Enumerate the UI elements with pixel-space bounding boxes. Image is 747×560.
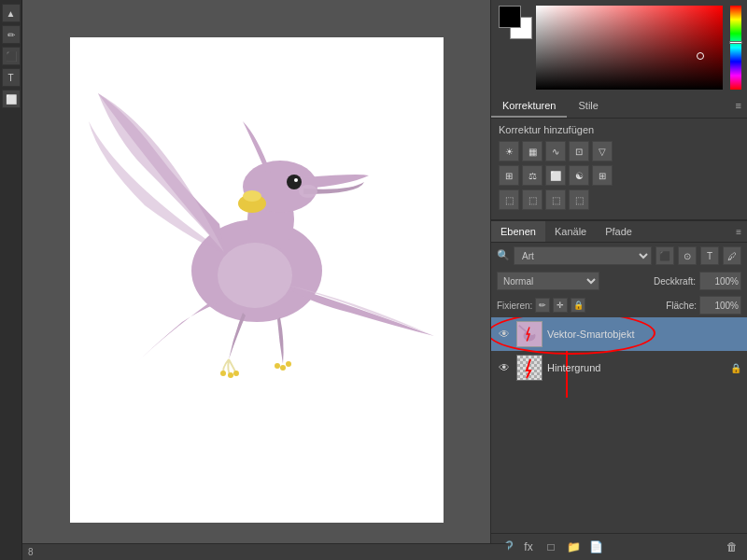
filter-type-dropdown[interactable]: Art xyxy=(514,246,652,265)
selectivecolor-icon[interactable]: ⬚ xyxy=(569,189,589,210)
new-layer-button[interactable]: 📄 xyxy=(586,538,605,556)
filter-icon-btn3[interactable]: T xyxy=(700,246,719,265)
svg-point-5 xyxy=(299,185,317,198)
flache-label: Fläche: xyxy=(666,301,697,311)
channelmixer-icon[interactable]: ⊞ xyxy=(592,165,613,186)
tool-button[interactable]: T xyxy=(2,68,21,87)
layer-thumbnail xyxy=(516,321,543,347)
right-panel: Korrekturen Stile ≡ Korrektur hinzufügen… xyxy=(490,0,747,560)
posterize-icon[interactable]: ⬚ xyxy=(522,189,543,210)
svg-point-11 xyxy=(275,363,280,369)
foreground-swatch[interactable] xyxy=(499,6,521,28)
correction-icons-row1: ☀ ▦ ∿ ⊡ ▽ xyxy=(499,141,740,161)
filter-icon-btn4[interactable]: 🖊 xyxy=(723,246,741,265)
hue-bar[interactable] xyxy=(730,6,741,90)
svg-point-9 xyxy=(228,372,233,378)
ebenen-filter-row: 🔍 Art ⬛ ⊙ T 🖊 xyxy=(491,243,747,269)
blend-mode-dropdown[interactable]: Normal xyxy=(497,272,599,290)
svg-point-13 xyxy=(286,361,291,367)
new-group-button[interactable]: 📁 xyxy=(564,538,583,556)
tool-button[interactable]: ⬛ xyxy=(2,47,21,65)
tool-button[interactable]: ▲ xyxy=(2,4,21,22)
huesaturation-icon[interactable]: ⊞ xyxy=(499,165,519,186)
canvas-area: 8 xyxy=(22,0,490,560)
svg-point-14 xyxy=(218,243,292,308)
panel-menu-icon[interactable]: ≡ xyxy=(730,95,747,118)
filter-search-icon: 🔍 xyxy=(497,249,510,262)
filter-icon-btn2[interactable]: ⊙ xyxy=(678,246,697,265)
ebenen-tabs: Ebenen Kanäle Pfade ≡ xyxy=(491,221,747,243)
svg-point-4 xyxy=(294,178,298,182)
tab-kanaele[interactable]: Kanäle xyxy=(545,221,596,242)
layers-bottom-toolbar: 🔗 fx □ 📁 📄 🗑 xyxy=(491,533,747,560)
fixieren-label: Fixieren: xyxy=(497,301,532,311)
layer-vector-smartobjekt[interactable]: 👁 Vektor-Smartobjekt xyxy=(491,317,747,351)
layers-list: 👁 Vektor-Smartobjekt 👁 xyxy=(491,317,747,533)
exposure-icon[interactable]: ⊡ xyxy=(569,141,589,161)
correction-icons-row2: ⊞ ⚖ ⬜ ☯ ⊞ xyxy=(499,165,740,186)
filter-icon-btn1[interactable]: ⬛ xyxy=(655,246,674,265)
layer-thumbnail xyxy=(516,355,543,381)
ebenen-section: Ebenen Kanäle Pfade ≡ 🔍 Art ⬛ ⊙ T 🖊 Norm… xyxy=(491,219,747,560)
ebenen-menu-icon[interactable]: ≡ xyxy=(730,223,747,241)
tab-ebenen[interactable]: Ebenen xyxy=(491,221,545,242)
canvas-document xyxy=(70,37,444,523)
color-gradient[interactable] xyxy=(536,6,723,90)
opacity-label: Deckkraft: xyxy=(654,276,696,287)
layer-name-vector: Vektor-Smartobjekt xyxy=(547,329,741,340)
svg-point-10 xyxy=(233,371,239,376)
layer-lock-icon: 🔒 xyxy=(730,363,741,373)
color-picker-circle[interactable] xyxy=(697,52,704,60)
curves-icon[interactable]: ∿ xyxy=(545,141,566,161)
left-toolbar: ▲ ✏ ⬛ T ⬜ xyxy=(0,0,22,560)
vibrance-icon[interactable]: ▽ xyxy=(592,141,613,161)
fg-bg-swatches[interactable] xyxy=(499,6,532,39)
delete-layer-button[interactable]: 🗑 xyxy=(723,538,741,556)
svg-point-12 xyxy=(280,365,286,371)
layer-name-hintergrund: Hintergrund xyxy=(547,362,726,373)
layer-hintergrund[interactable]: 👁 Hintergrund 🔒 xyxy=(491,351,747,385)
fix-move-icon[interactable]: ✛ xyxy=(553,298,568,313)
fix-lock-icon[interactable]: 🔒 xyxy=(571,298,585,313)
invert-icon[interactable]: ⬚ xyxy=(499,189,519,210)
tab-stile[interactable]: Stile xyxy=(567,95,609,118)
blackwhite-icon[interactable]: ⬜ xyxy=(545,165,566,186)
levels-icon[interactable]: ▦ xyxy=(522,141,543,161)
add-mask-button[interactable]: □ xyxy=(542,538,560,556)
layer-visibility-toggle[interactable]: 👁 xyxy=(497,327,512,342)
opacity-input[interactable] xyxy=(699,272,741,290)
tab-korrekturen[interactable]: Korrekturen xyxy=(491,95,567,118)
colorbalance-icon[interactable]: ⚖ xyxy=(522,165,543,186)
svg-point-8 xyxy=(220,371,226,376)
layer-visibility-toggle[interactable]: 👁 xyxy=(497,360,512,375)
color-area xyxy=(491,0,747,95)
tab-pfade[interactable]: Pfade xyxy=(596,221,641,242)
korrekturen-panel: Korrektur hinzufügen ☀ ▦ ∿ ⊡ ▽ ⊞ ⚖ ⬜ ☯ ⊞… xyxy=(491,119,747,219)
fix-position-icon[interactable]: ✏ xyxy=(535,298,550,313)
status-text: 8 xyxy=(28,547,34,557)
svg-point-7 xyxy=(243,190,261,202)
brightness-icon[interactable]: ☀ xyxy=(499,141,519,161)
status-bar: 8 xyxy=(22,543,508,560)
correction-icons-row3: ⬚ ⬚ ⬚ ⬚ xyxy=(499,189,740,210)
add-style-button[interactable]: fx xyxy=(519,538,538,556)
blend-opacity-row: Normal Deckkraft: xyxy=(491,269,747,293)
flache-input[interactable] xyxy=(699,296,741,315)
hue-indicator[interactable] xyxy=(729,41,742,44)
threshold-icon[interactable]: ⬚ xyxy=(545,189,566,210)
fixieren-row: Fixieren: ✏ ✛ 🔒 Fläche: xyxy=(491,293,747,317)
tool-button[interactable]: ⬜ xyxy=(2,90,21,108)
svg-point-3 xyxy=(287,175,302,189)
photofilter-icon[interactable]: ☯ xyxy=(569,165,589,186)
tool-button[interactable]: ✏ xyxy=(2,25,21,44)
korrekturen-tabs: Korrekturen Stile ≡ xyxy=(491,95,747,119)
korrekturen-title: Korrektur hinzufügen xyxy=(499,124,740,135)
